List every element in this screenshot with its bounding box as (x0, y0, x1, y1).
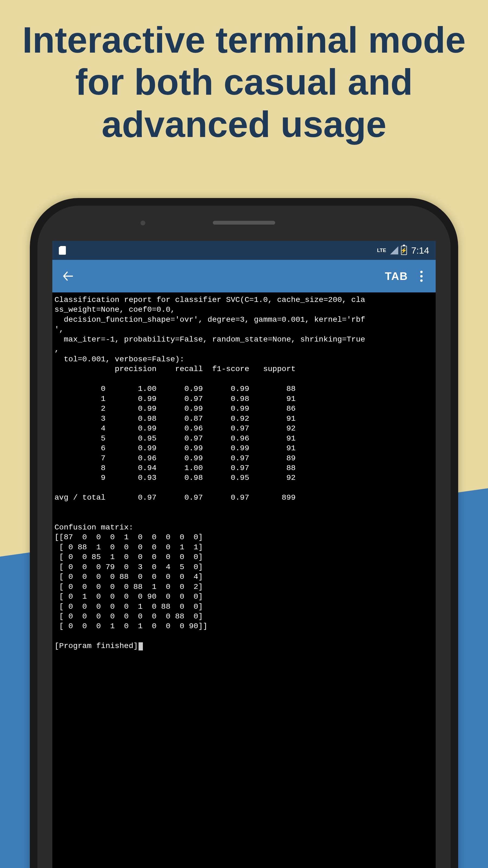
sd-card-icon (59, 246, 66, 255)
status-bar: LTE ⚡ 7:14 (52, 241, 436, 260)
dots-vertical-icon (420, 271, 423, 273)
promo-headline: Interactive terminal mode for both casua… (0, 19, 488, 145)
phone-sensor (140, 220, 145, 225)
overflow-menu-button[interactable] (415, 269, 428, 283)
tab-button[interactable]: TAB (385, 270, 408, 282)
battery-charging-icon: ⚡ (401, 246, 407, 255)
phone-screen: LTE ⚡ 7:14 TAB (52, 241, 436, 868)
arrow-left-icon (62, 270, 74, 282)
network-label: LTE (377, 248, 386, 253)
app-bar: TAB (52, 260, 436, 292)
terminal-output[interactable]: Classification report for classifier SVC… (52, 292, 436, 868)
clock: 7:14 (411, 245, 429, 256)
terminal-cursor (138, 642, 143, 650)
signal-icon (390, 246, 398, 254)
phone-frame: LTE ⚡ 7:14 TAB (30, 198, 458, 868)
phone-inner-frame: LTE ⚡ 7:14 TAB (37, 206, 451, 868)
back-button[interactable] (60, 268, 76, 284)
phone-speaker (213, 221, 275, 225)
